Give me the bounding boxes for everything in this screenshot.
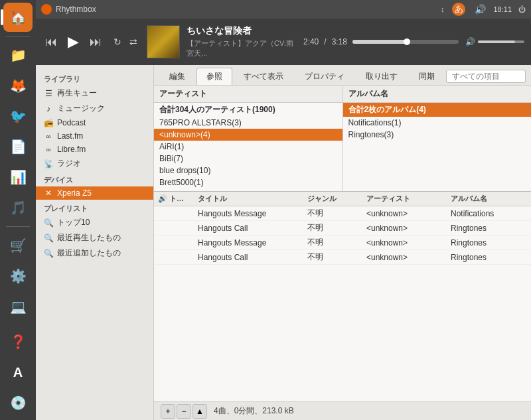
sidebar-item-podcast[interactable]: 📻 Podcast: [36, 116, 153, 129]
dock-item-help[interactable]: ❓: [3, 327, 33, 356]
device-icon: ✕: [44, 188, 53, 198]
sidebar-item-lastfm[interactable]: ∞ Last.fm: [36, 129, 153, 143]
sidebar-label-xperia: Xperia Z5: [57, 188, 92, 198]
track-title: ちいさな冒険者: [187, 25, 297, 37]
repeat-shuffle-controls: ↻ ⇄: [111, 34, 140, 50]
volume-area: 🔊: [465, 37, 524, 46]
volume-icon[interactable]: 🔊: [473, 3, 487, 16]
col-header-album: アルバム名: [447, 194, 531, 204]
dock-item-files[interactable]: 📁: [3, 40, 33, 70]
dock-item-disc[interactable]: 💿: [3, 388, 33, 417]
track-album-1: Notifications: [447, 209, 531, 218]
browse-button[interactable]: ▲: [192, 404, 207, 419]
track-title-4: Hangouts Call: [194, 253, 303, 262]
artist-item-brett[interactable]: Brett5000(1): [154, 176, 342, 188]
dock-item-fonts[interactable]: A: [3, 358, 33, 387]
tab-browse[interactable]: 参照: [196, 68, 232, 85]
sidebar-item-librefm[interactable]: ∞ Libre.fm: [36, 143, 153, 156]
app-title: Rhythmbox: [56, 5, 435, 14]
track-genre-3: 不明: [303, 237, 362, 248]
artist-item-unknown[interactable]: <unknown>(4): [154, 129, 342, 141]
track-row[interactable]: Hangouts Message 不明 <unknown> Notificati…: [154, 206, 531, 221]
dock-item-amazon[interactable]: 🛒: [3, 231, 33, 260]
artist-item-all[interactable]: 合計304人のアーティスト(1900): [154, 103, 342, 117]
track-title-2: Hangouts Call: [194, 224, 303, 233]
main-panel: 編集 参照 すべて表示 プロパティ 取り出す 同期 アーティスト: [154, 65, 531, 420]
dock-item-settings[interactable]: ⚙️: [3, 261, 33, 291]
track-artist-3: <unknown>: [362, 238, 447, 247]
progress-bar[interactable]: [352, 40, 459, 44]
track-row[interactable]: Hangouts Message 不明 <unknown> Ringtones: [154, 236, 531, 250]
artist-item-bluedrops[interactable]: blue drops(10): [154, 165, 342, 176]
recent-added-icon: 🔍: [44, 249, 53, 258]
col-header-track: 🔊 トラック: [154, 194, 194, 204]
radio-icon: 📡: [44, 159, 53, 169]
track-genre-2: 不明: [303, 222, 362, 234]
track-artist-1: <unknown>: [362, 209, 447, 218]
statusbar-buttons: + − ▲: [161, 404, 207, 419]
play-button[interactable]: ▶: [65, 31, 82, 53]
track-row[interactable]: Hangouts Call 不明 <unknown> Ringtones: [154, 221, 531, 236]
album-item-ringtones[interactable]: Ringtones(3): [343, 129, 532, 141]
artist-header: アーティスト: [154, 86, 342, 103]
time-area: 2:40 / 3:18: [303, 37, 459, 46]
album-pane: アルバム名 合計2枚のアルバム(4) Notifications(1) Ring…: [343, 86, 532, 191]
dock-item-rhythmbox[interactable]: 🎵: [3, 193, 33, 222]
prev-button[interactable]: ⏮: [42, 33, 60, 52]
network-icon: ↕: [441, 5, 445, 13]
track-info: ちいさな冒険者 【アーティスト】アクア（CV:雨宮天...: [187, 25, 297, 58]
track-genre-4: 不明: [303, 251, 362, 263]
dock-item-firefox[interactable]: 🦊: [3, 71, 33, 100]
album-item-notifications[interactable]: Notifications(1): [343, 117, 532, 129]
sidebar-item-queue[interactable]: ☰ 再生キュー: [36, 86, 153, 101]
power-icon[interactable]: ⏻: [518, 5, 526, 13]
next-button[interactable]: ⏭: [87, 33, 104, 52]
dock-item-calc[interactable]: 📊: [3, 163, 33, 192]
tab-edit[interactable]: 編集: [159, 68, 195, 85]
track-artist-2: <unknown>: [362, 224, 447, 233]
tab-eject[interactable]: 取り出す: [356, 68, 408, 85]
artist-item-765pro[interactable]: 765PRO ALLSTARS(3): [154, 117, 342, 129]
sidebar-label-music: ミュージック: [57, 103, 105, 114]
volume-bar[interactable]: [478, 40, 524, 43]
sidebar-label-librefm: Libre.fm: [57, 145, 86, 154]
remove-button[interactable]: −: [177, 404, 191, 419]
volume-fill: [478, 40, 515, 43]
tab-props[interactable]: プロパティ: [295, 68, 354, 85]
track-title-3: Hangouts Message: [194, 238, 303, 247]
dock-item-terminal[interactable]: 💻: [3, 292, 33, 321]
sidebar-item-music[interactable]: ♪ ミュージック: [36, 101, 153, 116]
dock-item-ubuntu[interactable]: 🏠: [3, 3, 33, 32]
album-item-all[interactable]: 合計2枚のアルバム(4): [343, 103, 532, 117]
dock-item-thunderbird[interactable]: 🐦: [3, 102, 33, 131]
sidebar-item-radio[interactable]: 📡 ラジオ: [36, 156, 153, 171]
album-list: 合計2枚のアルバム(4) Notifications(1) Ringtones(…: [343, 103, 532, 191]
search-input[interactable]: [446, 70, 526, 83]
col-header-genre: ジャンル: [303, 194, 362, 204]
titlebar-controls: ↕ あ 🔊 18:11 ⏻: [435, 3, 526, 16]
track-artist-4: <unknown>: [362, 253, 447, 262]
track-list-area: 🔊 トラック タイトル ジャンル アーティスト アルバム名 Hangouts M…: [154, 192, 531, 401]
lastfm-icon: ∞: [44, 133, 53, 140]
status-bar: + − ▲ 4曲、0分間、213.0 kB: [154, 401, 531, 420]
playlists-section-title: プレイリスト: [36, 200, 153, 215]
track-row[interactable]: Hangouts Call 不明 <unknown> Ringtones: [154, 250, 531, 265]
artist-item-bibi[interactable]: BiBi(7): [154, 153, 342, 165]
sidebar-item-top10[interactable]: 🔍 トップ10: [36, 215, 153, 230]
add-button[interactable]: +: [161, 404, 175, 419]
track-album-4: Ringtones: [447, 253, 531, 262]
sidebar-item-recent-added[interactable]: 🔍 最近追加したもの: [36, 245, 153, 261]
sidebar-label-queue: 再生キュー: [57, 88, 97, 99]
sidebar-item-recent-played[interactable]: 🔍 最近再生したもの: [36, 230, 153, 245]
user-icon[interactable]: あ: [452, 3, 465, 16]
librefm-icon: ∞: [44, 146, 53, 153]
shuffle-button[interactable]: ⇄: [127, 34, 140, 50]
sidebar-item-xperia[interactable]: ✕ Xperia Z5: [36, 186, 153, 200]
tab-all[interactable]: すべて表示: [234, 68, 293, 85]
music-icon: ♪: [44, 104, 53, 113]
artist-item-airi[interactable]: AiRI(1): [154, 141, 342, 153]
tab-sync[interactable]: 同期: [409, 68, 445, 85]
repeat-button[interactable]: ↻: [111, 34, 124, 50]
dock-item-libreoffice[interactable]: 📄: [3, 132, 33, 161]
track-list-header: 🔊 トラック タイトル ジャンル アーティスト アルバム名: [154, 192, 531, 206]
